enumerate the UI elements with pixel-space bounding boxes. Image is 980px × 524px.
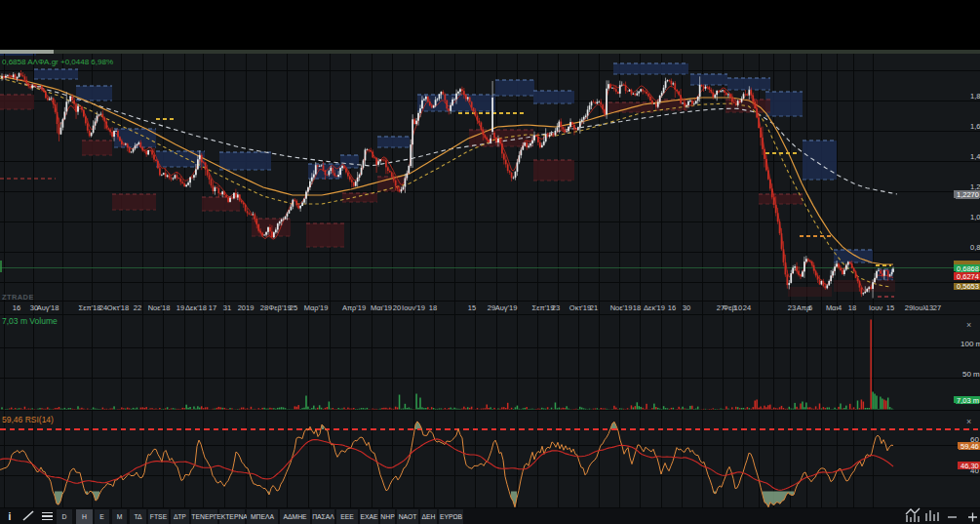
svg-text:1,6: 1,6 (970, 122, 980, 131)
svg-text:Φεβ'19: Φεβ'19 (268, 303, 291, 312)
svg-text:16: 16 (13, 303, 20, 312)
svg-text:1,4: 1,4 (970, 152, 980, 161)
svg-text:0,5653: 0,5653 (957, 282, 979, 291)
svg-text:59,46: 59,46 (960, 442, 979, 451)
svg-text:i: i (9, 511, 12, 522)
svg-text:29: 29 (905, 303, 913, 312)
svg-text:7,03 m: 7,03 m (957, 396, 979, 405)
svg-text:23: 23 (788, 303, 796, 312)
svg-text:Νοε'18: Νοε'18 (148, 303, 171, 312)
svg-text:16: 16 (668, 303, 676, 312)
svg-text:Οκτ'19: Οκτ'19 (569, 303, 591, 312)
svg-text:Νοε'19: Νοε'19 (610, 303, 633, 312)
svg-text:ΔΕΗ: ΔΕΗ (422, 513, 436, 520)
svg-text:18: 18 (633, 303, 641, 312)
svg-text:0,6858 ΑΛΦΑ.gr +0,0448 6,98%: 0,6858 ΑΛΦΑ.gr +0,0448 6,98% (2, 58, 113, 66)
svg-text:15: 15 (468, 303, 476, 312)
svg-text:15: 15 (886, 303, 894, 312)
svg-text:18: 18 (429, 303, 437, 312)
svg-text:20: 20 (393, 303, 401, 312)
svg-text:ΕΚΤΕΡΝΑ: ΕΚΤΕΡΝΑ (216, 513, 248, 520)
svg-text:FTSE: FTSE (150, 513, 168, 520)
svg-text:H: H (82, 513, 87, 520)
svg-text:31: 31 (223, 303, 231, 312)
svg-text:Αυγ'18: Αυγ'18 (37, 303, 59, 312)
svg-text:ΕΧΑΕ: ΕΧΑΕ (360, 513, 378, 520)
svg-text:Σεπ'18: Σεπ'18 (79, 303, 101, 312)
svg-text:ΠΑΣΑΛ: ΠΑΣΑΛ (312, 513, 334, 520)
svg-text:Ιουν: Ιουν (869, 303, 882, 312)
svg-text:1,8: 1,8 (970, 92, 980, 101)
svg-text:1,0: 1,0 (970, 213, 980, 222)
svg-text:E: E (99, 513, 104, 520)
svg-text:ΤΔ: ΤΔ (134, 513, 142, 520)
svg-text:24: 24 (743, 303, 751, 312)
svg-text:ΕΕΕ: ΕΕΕ (340, 513, 354, 520)
svg-text:ΔΤΡ: ΔΤΡ (174, 513, 186, 520)
svg-text:59,46 RSI(14): 59,46 RSI(14) (2, 415, 54, 424)
svg-text:22: 22 (134, 303, 141, 312)
svg-text:Οκτ'18: Οκτ'18 (107, 303, 129, 312)
svg-text:19: 19 (176, 303, 184, 312)
svg-text:4: 4 (838, 303, 842, 312)
svg-text:×: × (966, 320, 971, 330)
svg-text:ΕΥΡΩΒ: ΕΥΡΩΒ (440, 513, 463, 520)
svg-text:6: 6 (808, 303, 812, 312)
svg-text:ΤΕΝΕΡΓ: ΤΕΝΕΡΓ (191, 513, 217, 520)
svg-text:10: 10 (734, 303, 742, 312)
svg-text:17: 17 (209, 303, 216, 312)
svg-text:D: D (62, 513, 67, 520)
svg-text:46,30: 46,30 (960, 462, 979, 470)
svg-text:18: 18 (848, 303, 856, 312)
svg-text:ΑΔΜΗΕ: ΑΔΜΗΕ (283, 513, 307, 520)
svg-text:Απρ'19: Απρ'19 (342, 303, 366, 312)
svg-text:Μαρ'19: Μαρ'19 (304, 303, 329, 312)
svg-text:Μαι: Μαι (826, 303, 839, 312)
svg-text:ZTRADE: ZTRADE (2, 293, 34, 302)
svg-text:28: 28 (260, 303, 268, 312)
svg-text:100 m: 100 m (960, 340, 980, 348)
svg-text:27: 27 (933, 303, 941, 312)
svg-text:×: × (966, 417, 971, 426)
svg-text:0,8: 0,8 (970, 243, 980, 252)
svg-text:30: 30 (683, 303, 690, 312)
svg-text:ΝΑΟΤ: ΝΑΟΤ (399, 513, 417, 520)
svg-text:21: 21 (590, 303, 598, 312)
svg-text:1,2270: 1,2270 (957, 190, 979, 199)
svg-text:Δεκ'19: Δεκ'19 (644, 303, 665, 312)
svg-text:ΝΗΡ: ΝΗΡ (380, 513, 395, 520)
svg-text:7,03 m Volume: 7,03 m Volume (2, 316, 58, 326)
svg-text:Μαι'19: Μαι'19 (371, 303, 392, 312)
svg-text:23: 23 (552, 303, 560, 312)
svg-text:Δεκ'18: Δεκ'18 (185, 303, 207, 312)
svg-text:2019: 2019 (238, 303, 255, 312)
svg-text:Αυγ'19: Αυγ'19 (495, 303, 518, 312)
svg-text:ΜΠΕΛΑ: ΜΠΕΛΑ (251, 513, 275, 520)
svg-text:0,6274: 0,6274 (957, 272, 979, 281)
svg-text:50 m: 50 m (962, 370, 980, 379)
svg-text:M: M (117, 513, 123, 520)
svg-text:Ιουν'19: Ιουν'19 (402, 303, 425, 312)
svg-text:25: 25 (290, 303, 297, 312)
